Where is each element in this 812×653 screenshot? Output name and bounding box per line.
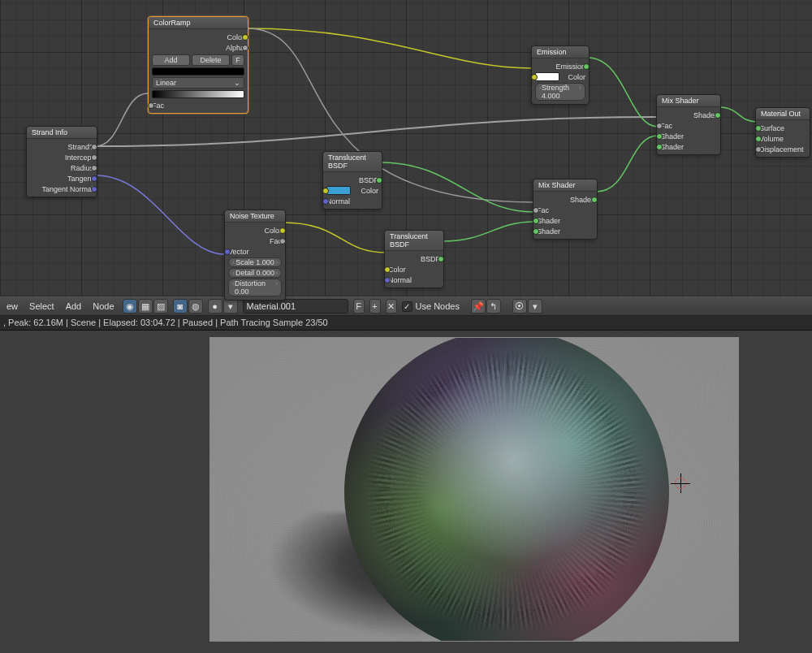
flip-button[interactable]: F [231, 54, 244, 66]
menu-view[interactable]: ew [3, 301, 21, 311]
socket-label: Radius [71, 164, 93, 172]
fake-user-button[interactable]: F [353, 299, 365, 314]
socket-in[interactable] [755, 125, 762, 132]
socket-label: Intercept [65, 154, 93, 162]
compositor-type-icon[interactable]: ▦ [138, 299, 153, 314]
socket-out[interactable] [91, 144, 97, 150]
socket-in[interactable] [533, 228, 539, 235]
socket-out[interactable] [242, 34, 248, 41]
delete-button[interactable]: Delete [192, 54, 230, 66]
node-mix-shader-1[interactable]: Mix Shader Shader Fac Shader Shader [533, 179, 598, 240]
socket-out[interactable] [591, 197, 598, 203]
socket-out[interactable] [91, 186, 97, 192]
socket-in[interactable] [755, 146, 762, 153]
node-header[interactable]: Mix Shader [657, 95, 720, 107]
node-mix-shader-2[interactable]: Mix Shader Shader Fac Shader Shader [656, 94, 721, 155]
node-header[interactable]: Emission [532, 46, 589, 58]
socket-in[interactable] [533, 207, 539, 214]
socket-label: Tangent [67, 175, 93, 183]
color-swatch[interactable] [535, 72, 559, 81]
ramp-gradient[interactable] [152, 90, 244, 98]
node-emission[interactable]: Emission Emission Color ‹Strength 4.000› [531, 45, 590, 105]
image-editor-viewport[interactable] [0, 331, 812, 653]
pin-icon[interactable]: 📌 [471, 299, 486, 314]
node-editor-area[interactable]: Strand Info Strand? Intercept Radius Tan… [0, 0, 812, 296]
material-browse-icon[interactable]: ▾ [223, 299, 238, 314]
socket-label: Surface [759, 124, 784, 132]
socket-out[interactable] [376, 177, 382, 184]
node-header[interactable]: ColorRamp [149, 17, 248, 29]
unlink-material-button[interactable]: ✕ [386, 299, 397, 314]
socket-out[interactable] [583, 63, 590, 70]
add-button[interactable]: Add [152, 54, 190, 66]
socket-in[interactable] [533, 218, 539, 224]
socket-in[interactable] [755, 136, 762, 142]
node-material-output[interactable]: Material Out Surface Volume Displacement [755, 107, 810, 158]
socket-out[interactable] [242, 45, 248, 51]
socket-out[interactable] [91, 175, 97, 182]
strength-field[interactable]: ‹Strength 4.000› [535, 83, 585, 101]
render-status-bar: , Peak: 62.16M | Scene | Elapsed: 03:04.… [0, 316, 812, 331]
snap-target-icon[interactable]: ▾ [528, 299, 542, 314]
node-color-ramp[interactable]: ColorRamp Color Alpha Add Delete F Linea… [148, 16, 248, 114]
socket-out[interactable] [438, 256, 444, 262]
socket-label: Shader [537, 227, 560, 236]
scale-field[interactable]: ‹Scale 1.000› [228, 257, 282, 267]
socket-in[interactable] [322, 188, 329, 194]
distortion-field[interactable]: ‹Distortion 0.00› [228, 279, 282, 296]
node-header[interactable]: Translucent BSDF [323, 152, 382, 172]
sphere-icon[interactable]: ● [208, 299, 222, 314]
socket-in[interactable] [384, 277, 391, 283]
detail-field[interactable]: ‹Detail 0.000› [228, 268, 282, 278]
node-noise-texture[interactable]: Noise Texture Color Fac Vector ‹Scale 1.… [224, 210, 286, 301]
socket-out[interactable] [91, 165, 97, 171]
use-nodes-checkbox[interactable]: ✓ [402, 301, 412, 312]
world-data-icon[interactable]: ◍ [188, 299, 203, 314]
node-translucent-bsdf-2[interactable]: Translucent BSDF BSDF Color Normal [384, 230, 444, 288]
socket-out[interactable] [715, 112, 721, 119]
menu-select[interactable]: Select [26, 301, 58, 311]
socket-out[interactable] [279, 238, 286, 244]
material-name-input[interactable] [243, 299, 348, 314]
socket-in[interactable] [531, 74, 538, 80]
socket-out[interactable] [279, 227, 286, 234]
node-strand-info[interactable]: Strand Info Strand? Intercept Radius Tan… [26, 126, 97, 197]
node-header[interactable]: Strand Info [27, 127, 97, 139]
node-editor-header: ew Select Add Node ◉ ▦ ▨ ◙ ◍ ● ▾ F + ✕ ✓… [0, 296, 812, 316]
socket-label: Displacement [759, 145, 804, 154]
socket-label: Volume [759, 135, 784, 143]
socket-in[interactable] [148, 102, 154, 109]
socket-in[interactable] [322, 198, 329, 205]
shader-type-icon[interactable]: ◉ [123, 299, 137, 314]
socket-in[interactable] [224, 249, 231, 255]
node-header[interactable]: Noise Texture [225, 210, 285, 223]
socket-label: Tangent Normal [41, 185, 93, 193]
socket-out[interactable] [91, 154, 97, 161]
add-material-button[interactable]: + [369, 299, 381, 314]
texture-type-icon[interactable]: ▨ [153, 299, 168, 314]
2d-cursor-icon[interactable] [671, 474, 690, 493]
node-header[interactable]: Translucent BSDF [385, 231, 443, 251]
color-swatch[interactable] [326, 186, 351, 195]
interpolation-select[interactable]: Linear⌄ [152, 77, 244, 89]
node-header[interactable]: Mix Shader [533, 179, 597, 192]
node-header[interactable]: Material Out [756, 108, 810, 120]
go-parent-icon[interactable]: ↰ [486, 299, 501, 314]
ramp-preview[interactable] [152, 67, 244, 76]
socket-label: Normal [326, 197, 350, 205]
node-translucent-bsdf-1[interactable]: Translucent BSDF BSDF Color Normal [322, 151, 382, 210]
node-title: ColorRamp [153, 19, 191, 27]
snap-icon[interactable]: ⦿ [512, 299, 527, 314]
select-value: Linear [156, 79, 176, 87]
menu-add[interactable]: Add [63, 301, 85, 311]
object-data-icon[interactable]: ◙ [173, 299, 188, 314]
socket-label: Color [388, 266, 406, 274]
chevron-icon: ⌄ [234, 79, 240, 87]
socket-in[interactable] [384, 266, 391, 273]
socket-in[interactable] [656, 144, 663, 150]
menu-node[interactable]: Node [89, 301, 117, 311]
socket-label: Shader [660, 132, 684, 141]
socket-in[interactable] [656, 123, 663, 129]
socket-in[interactable] [656, 133, 663, 140]
node-title: Translucent BSDF [390, 232, 428, 249]
